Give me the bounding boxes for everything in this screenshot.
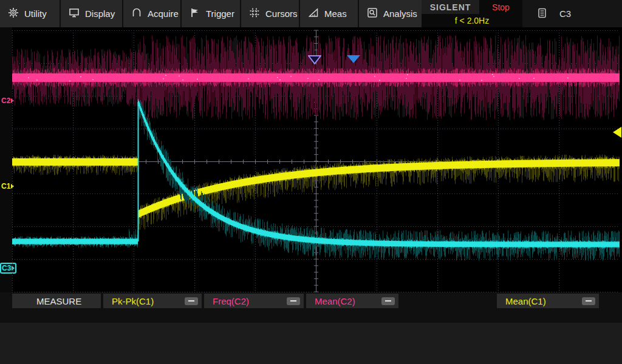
menu-cursors-label: Cursors	[265, 8, 298, 19]
trigger-level-arrow-icon[interactable]	[613, 127, 621, 138]
menu-acquire-label: Acquire	[148, 8, 179, 19]
waveform-display: C2 C1 C3	[0, 27, 622, 292]
menu-analysis-label: Analysis	[383, 8, 417, 19]
waveform-canvas	[12, 27, 620, 292]
channel-marker-strip: C2 C1 C3	[0, 27, 12, 292]
status-block: SIGLENT Stop f < 2.0Hz	[422, 0, 522, 27]
acquisition-status-badge[interactable]: Stop	[479, 0, 522, 14]
menu-analysis[interactable]: Analysis	[359, 0, 422, 27]
measure-header-cell: MEASURE	[12, 294, 101, 308]
top-menu-bar: Utility Display Acquire Trigger Cursors …	[0, 0, 622, 27]
flag-icon	[190, 7, 200, 20]
remove-measure-icon[interactable]	[185, 297, 198, 305]
menu-trigger[interactable]: Trigger	[182, 0, 241, 27]
remove-measure-icon[interactable]	[381, 297, 395, 305]
menu-utility-label: Utility	[24, 8, 47, 19]
menu-utility[interactable]: Utility	[0, 0, 61, 27]
bottom-status-bar: C1AC1M 10X50.0mV/ 20M3.33mV C2AC1M 10X20…	[0, 323, 622, 364]
measure-item-pkpk-c1[interactable]: Pk-Pk(C1)	[103, 294, 202, 308]
menu-display[interactable]: Display	[61, 0, 123, 27]
horizontal-reference-marker-icon[interactable]	[308, 55, 321, 67]
monitor-icon	[69, 7, 80, 20]
measure-bar: MEASURE Value Pk-Pk(C1) 112.6042mV Freq(…	[0, 292, 622, 323]
trigger-frequency-readout: f < 2.0Hz	[422, 14, 522, 27]
menu-trigger-label: Trigger	[206, 8, 234, 19]
active-channel-indicator[interactable]: C3	[522, 0, 622, 27]
set-square-icon	[308, 7, 319, 20]
measure-item-mean-c2[interactable]: Mean(C2)	[306, 294, 398, 308]
remove-measure-icon[interactable]	[287, 297, 300, 305]
menu-cursors[interactable]: Cursors	[241, 0, 300, 27]
trigger-position-marker-icon[interactable]	[346, 55, 361, 66]
arch-icon	[131, 7, 142, 20]
measure-item-freq-c2[interactable]: Freq(C2)	[204, 294, 304, 308]
magnifier-icon	[367, 7, 378, 20]
cursors-grid-icon	[249, 7, 260, 20]
gear-icon	[8, 7, 19, 20]
siglent-logo: SIGLENT	[422, 0, 479, 14]
menu-display-label: Display	[85, 8, 115, 19]
menu-acquire[interactable]: Acquire	[123, 0, 182, 27]
remove-measure-icon[interactable]	[582, 297, 595, 305]
active-channel-label: C3	[559, 8, 571, 19]
oscilloscope-screen: Utility Display Acquire Trigger Cursors …	[0, 0, 622, 364]
menu-meas-label: Meas	[324, 8, 347, 19]
list-icon	[538, 8, 546, 20]
measure-item-mean-c1[interactable]: Mean(C1)	[497, 294, 599, 308]
menu-meas[interactable]: Meas	[300, 0, 359, 27]
